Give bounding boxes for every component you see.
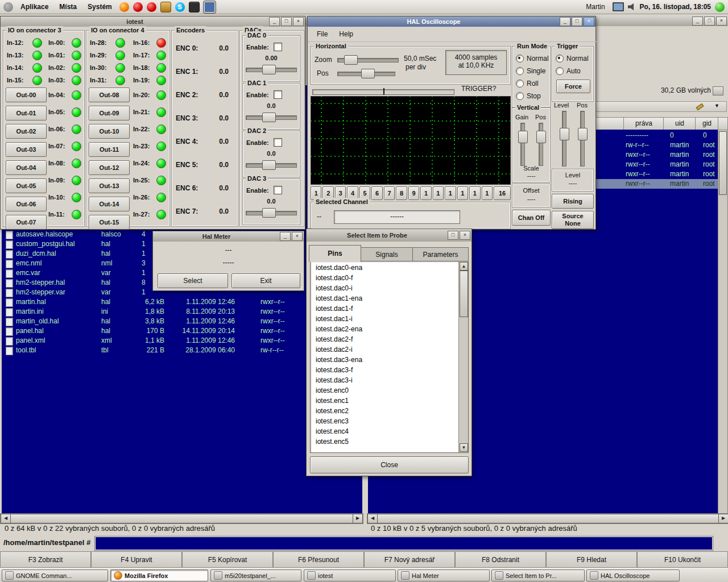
probe-list-item[interactable]: iotest.enc0 bbox=[311, 385, 458, 396]
out-button[interactable]: Out-09 bbox=[89, 106, 130, 120]
fm-col-header-gid[interactable]: gid bbox=[695, 117, 719, 131]
out-button[interactable]: Out-14 bbox=[89, 197, 130, 211]
dac-enable-checkbox[interactable] bbox=[274, 90, 282, 99]
cmdline-input[interactable] bbox=[94, 536, 713, 551]
scrollbar-thumb[interactable] bbox=[460, 271, 468, 317]
volume-tray-icon[interactable] bbox=[628, 3, 636, 11]
radio-run-roll[interactable]: Roll bbox=[512, 77, 550, 90]
force-button[interactable]: Force bbox=[556, 80, 590, 93]
tab-parameters[interactable]: Parameters bbox=[412, 247, 469, 261]
channel-button-6[interactable]: 6 bbox=[371, 186, 382, 200]
fkey-f3-view[interactable]: F3 Zobrazit bbox=[0, 551, 91, 568]
scroll-left-icon[interactable]: ◀ bbox=[367, 514, 378, 523]
probe-list-item[interactable]: iotest.enc2 bbox=[311, 406, 458, 416]
scroll-left-icon[interactable]: ◀ bbox=[1, 514, 11, 523]
close-icon[interactable]: × bbox=[292, 232, 303, 241]
probe-list-item[interactable]: iotest.enc4 bbox=[311, 426, 458, 436]
fkey-f8-delete[interactable]: F8 Odstranit bbox=[455, 551, 546, 568]
radio-trigger-normal[interactable]: Normal bbox=[552, 52, 593, 65]
trigger-pos-slider-thumb[interactable] bbox=[578, 128, 588, 140]
fkey-f10-quit[interactable]: F10 Ukončit bbox=[637, 551, 728, 568]
fm-col-header-prava[interactable]: práva bbox=[623, 117, 664, 131]
tab-pins[interactable]: Pins bbox=[309, 245, 361, 262]
close-button[interactable]: Close bbox=[310, 456, 469, 473]
skype-launcher-icon[interactable]: S bbox=[175, 2, 185, 12]
out-button[interactable]: Out-01 bbox=[6, 106, 47, 120]
fm-col-header-uid[interactable]: uid bbox=[663, 117, 696, 131]
dac-slider-thumb[interactable] bbox=[262, 65, 276, 74]
menu-file[interactable]: File bbox=[312, 29, 332, 39]
close-icon[interactable]: × bbox=[716, 16, 727, 26]
tools-launcher-icon[interactable] bbox=[160, 2, 171, 13]
scroll-up-icon[interactable]: ▲ bbox=[460, 262, 468, 271]
rising-button[interactable]: Rising bbox=[552, 194, 594, 209]
drive-icon[interactable] bbox=[713, 86, 723, 95]
out-button[interactable]: Out-00 bbox=[6, 88, 47, 102]
trigger-source-button[interactable]: SourceNone bbox=[552, 211, 594, 229]
minimize-icon[interactable]: _ bbox=[560, 17, 570, 26]
probe-list-item[interactable]: iotest.dac1-f bbox=[311, 304, 458, 314]
probe-list-item[interactable]: iotest.dac1-i bbox=[311, 314, 458, 324]
probe-list-item[interactable]: iotest.dac3-ena bbox=[311, 355, 458, 365]
scrollbar-thumb[interactable] bbox=[10, 514, 354, 523]
chevron-down-icon[interactable]: ▼ bbox=[714, 103, 719, 109]
fkey-f5-copy[interactable]: F5 Kopírovat bbox=[182, 551, 273, 568]
minimize-icon[interactable]: _ bbox=[269, 17, 280, 26]
out-button[interactable]: Out-02 bbox=[6, 124, 47, 139]
channel-button-16[interactable]: 16 bbox=[494, 186, 511, 200]
maximize-icon[interactable]: □ bbox=[281, 17, 292, 26]
vertical-pos-slider-thumb[interactable] bbox=[536, 131, 546, 143]
probe-list-item[interactable]: iotest.dac2-f bbox=[311, 334, 458, 344]
out-button[interactable]: Out-12 bbox=[89, 160, 130, 175]
scroll-down-icon[interactable]: ▼ bbox=[460, 443, 468, 452]
close-icon[interactable]: × bbox=[460, 231, 470, 240]
fm-right-hscrollbar[interactable]: ◀ ▶ bbox=[367, 513, 728, 524]
probe-list-item[interactable]: iotest.dac3-i bbox=[311, 375, 458, 385]
menu-applications[interactable]: Aplikace bbox=[17, 2, 52, 12]
channel-button-14[interactable]: 1 bbox=[469, 186, 480, 200]
select-button[interactable]: Select bbox=[158, 273, 228, 288]
package-launcher-icon-2[interactable] bbox=[147, 2, 156, 12]
trigger-position-tick[interactable] bbox=[383, 88, 384, 95]
update-notifier-icon[interactable] bbox=[715, 2, 725, 12]
menu-help[interactable]: Help bbox=[334, 29, 358, 39]
fkey-f4-edit[interactable]: F4 Upravit bbox=[91, 551, 182, 568]
tab-signals[interactable]: Signals bbox=[360, 247, 413, 261]
out-button[interactable]: Out-07 bbox=[6, 215, 47, 230]
vertical-pos-slider[interactable] bbox=[539, 123, 543, 166]
out-button[interactable]: Out-08 bbox=[89, 88, 130, 102]
taskbar-item-select-item[interactable]: Select Item to Pr... bbox=[491, 569, 585, 581]
chan-off-button[interactable]: Chan Off bbox=[512, 210, 551, 226]
trigger-level-slider-thumb[interactable] bbox=[560, 128, 569, 140]
scroll-right-icon[interactable]: ▶ bbox=[718, 514, 728, 523]
probe-titlebar[interactable]: Select Item to Probe □ × bbox=[307, 229, 471, 242]
menu-system[interactable]: Systém bbox=[84, 2, 115, 12]
out-button[interactable]: Out-04 bbox=[6, 160, 47, 175]
probe-list-item[interactable]: iotest.dac3-f bbox=[311, 365, 458, 375]
probe-list-item[interactable]: iotest.dac0-f bbox=[311, 273, 458, 283]
fm-left-hscrollbar[interactable]: ◀ ▶ bbox=[0, 513, 363, 524]
gain-slider[interactable] bbox=[520, 123, 525, 166]
channel-button-9[interactable]: 9 bbox=[408, 186, 419, 200]
channel-button-15[interactable]: 1 bbox=[482, 186, 493, 200]
maximize-icon[interactable]: □ bbox=[448, 231, 458, 240]
probe-list-item[interactable]: iotest.dac2-ena bbox=[311, 324, 458, 334]
zoom-slider-thumb[interactable] bbox=[344, 55, 358, 65]
firefox-launcher-icon[interactable] bbox=[119, 2, 129, 12]
taskbar-item-iotest[interactable]: iotest bbox=[304, 569, 396, 581]
radio-run-normal[interactable]: Normal bbox=[512, 52, 550, 65]
dac-enable-checkbox[interactable] bbox=[274, 138, 282, 147]
display-tray-icon[interactable] bbox=[613, 2, 624, 11]
radio-run-stop[interactable]: Stop bbox=[512, 90, 550, 102]
edit-path-icon[interactable] bbox=[696, 103, 704, 110]
exit-button[interactable]: Exit bbox=[231, 273, 300, 288]
probe-list-item[interactable]: iotest.dac0-ena bbox=[311, 263, 458, 273]
taskbar-item-firefox[interactable]: Mozilla Firefox bbox=[110, 569, 208, 581]
display-launcher-icon[interactable] bbox=[204, 1, 216, 13]
radio-trigger-auto[interactable]: Auto bbox=[552, 65, 593, 77]
taskbar-item-gnome-commander[interactable]: GNOME Comman... bbox=[2, 569, 108, 581]
channel-button-7[interactable]: 7 bbox=[384, 186, 395, 200]
fkey-f7-mkdir[interactable]: F7 Nový adresář bbox=[364, 551, 455, 568]
minimize-icon[interactable]: _ bbox=[692, 16, 703, 26]
dac-enable-checkbox[interactable] bbox=[274, 186, 282, 194]
